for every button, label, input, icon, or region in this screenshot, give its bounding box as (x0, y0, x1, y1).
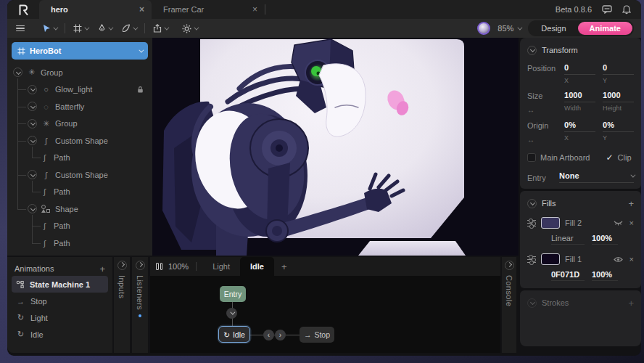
idle-state-node[interactable]: ↻ Idle (218, 326, 250, 343)
expand-caret-icon[interactable] (28, 170, 37, 179)
inputs-strip[interactable]: Inputs (114, 257, 130, 353)
tab-framer-car[interactable]: Framer Car × (152, 0, 265, 19)
animation-item-light[interactable]: ↻ Light (12, 309, 108, 326)
transition-right-icon[interactable]: › (275, 330, 286, 340)
entry-state-node[interactable]: Entry (220, 286, 246, 302)
origin-y-input[interactable]: 0% (603, 121, 634, 132)
expand-caret-icon[interactable] (28, 136, 37, 145)
rive-logo-icon[interactable] (7, 0, 39, 19)
close-tab-icon[interactable]: × (252, 4, 257, 15)
feedback-icon[interactable] (602, 5, 612, 14)
tree-item-path[interactable]: ∫ Path (7, 184, 152, 201)
tree-item-group2[interactable]: ✳ Group (7, 115, 152, 133)
remove-fill-icon[interactable]: × (629, 255, 634, 264)
tree-item-path[interactable]: ∫ Path (7, 150, 152, 167)
fill-color-swatch[interactable] (541, 253, 560, 265)
tree-item-group[interactable]: ✳ Group (7, 64, 152, 81)
position-y-input[interactable]: 0 (603, 63, 634, 75)
main-menu-icon[interactable] (7, 24, 32, 33)
expand-panel-icon[interactable] (117, 261, 127, 270)
tab-hero[interactable]: hero × (39, 0, 152, 19)
blend-options-icon[interactable] (527, 219, 536, 227)
expand-panel-icon[interactable] (136, 261, 145, 270)
listeners-strip[interactable]: Listeners (132, 257, 148, 353)
canvas-stage[interactable] (152, 38, 519, 256)
notifications-bell-icon[interactable] (622, 5, 631, 15)
origin-x-input[interactable]: 0% (564, 121, 595, 132)
tree-item-shape[interactable]: Shape (7, 200, 152, 218)
fill-row[interactable]: Fill 1 × (527, 253, 634, 265)
collapse-section-icon[interactable] (527, 298, 537, 308)
tree-item-custom-shape[interactable]: ∫ Custom Shape (7, 132, 152, 150)
eye-closed-icon[interactable] (614, 220, 623, 226)
timeline-tab-light[interactable]: Light (202, 257, 240, 276)
link-origin-icon[interactable]: ↔ (527, 136, 557, 144)
fill-hex-input[interactable]: 0F071D (551, 270, 585, 281)
notification-dot (139, 314, 141, 317)
link-dimensions-icon[interactable]: ↔ (527, 106, 557, 114)
width-input[interactable]: 1000 (564, 91, 595, 102)
fill-name: Fill 2 (565, 219, 582, 227)
artboard-illustration (152, 38, 519, 256)
tree-item-label: Custom Shape (55, 171, 108, 179)
add-timeline-tab-icon[interactable]: + (274, 261, 294, 272)
settings-tool[interactable] (177, 24, 202, 33)
height-input[interactable]: 1000 (603, 91, 634, 102)
animation-label: Idle (30, 330, 44, 339)
clip-checkbox[interactable]: ✓ (606, 152, 613, 163)
tree-item-path[interactable]: ∫ Path (7, 218, 152, 235)
expand-caret-icon[interactable] (28, 102, 37, 111)
zoom-control[interactable]: 85% (498, 24, 521, 33)
animate-mode-button[interactable]: Animate (578, 22, 632, 35)
animation-item-idle[interactable]: ↻ Idle (12, 326, 108, 343)
close-tab-icon[interactable]: × (139, 4, 144, 15)
animation-item-state-machine[interactable]: State Machine 1 (12, 276, 108, 293)
position-x-input[interactable]: 0 (564, 63, 595, 75)
expand-caret-icon[interactable] (28, 85, 37, 94)
stop-state-node[interactable]: → Stop (300, 327, 334, 343)
animation-label: Stop (30, 297, 47, 306)
pen-tool[interactable] (93, 24, 117, 33)
expand-caret-icon[interactable] (28, 119, 37, 129)
animation-item-stop[interactable]: → Stop (12, 293, 108, 309)
playback-speed[interactable]: 100% (168, 262, 189, 271)
design-mode-button[interactable]: Design (529, 24, 577, 33)
fill-row[interactable]: Fill 2 × (527, 217, 634, 229)
collapse-section-icon[interactable] (527, 199, 537, 208)
select-tool[interactable] (38, 24, 62, 33)
expand-caret-icon[interactable] (28, 204, 37, 213)
pause-icon[interactable] (156, 263, 162, 270)
state-machine-graph[interactable]: Entry ↻ Idle ‹ › → Stop (150, 276, 500, 353)
add-stroke-icon[interactable]: + (628, 298, 634, 309)
entry-select[interactable]: None (559, 171, 634, 183)
add-fill-icon[interactable]: + (628, 198, 634, 209)
tree-item-glow-light[interactable]: ○ Glow_light (7, 81, 152, 99)
section-title: Fills (542, 199, 556, 208)
transition-left-icon[interactable]: ‹ (263, 330, 274, 340)
size-label: Size (527, 91, 542, 100)
tree-item-custom-shape2[interactable]: ∫ Custom Shape (7, 166, 152, 184)
transition-chevron-icon[interactable] (226, 308, 237, 319)
fill-opacity-input[interactable]: 100% (592, 270, 618, 281)
expand-caret-icon[interactable] (13, 68, 22, 77)
user-avatar[interactable] (477, 22, 490, 35)
collapse-section-icon[interactable] (527, 46, 537, 55)
bone-tool[interactable] (117, 24, 141, 33)
expand-panel-icon[interactable] (505, 261, 514, 270)
main-artboard-checkbox[interactable] (527, 153, 536, 162)
add-animation-icon[interactable]: + (99, 264, 105, 274)
artboard-selector[interactable]: HeroBot (12, 42, 148, 60)
tree-item-batterfly[interactable]: ◌ Batterfly (7, 98, 152, 115)
fill-opacity-input[interactable]: 100% (592, 234, 618, 245)
blend-options-icon[interactable] (527, 256, 536, 264)
fill-color-swatch[interactable] (541, 217, 560, 229)
timeline-tab-idle[interactable]: Idle (240, 257, 274, 276)
artboard-tool[interactable] (68, 24, 93, 33)
console-strip[interactable]: Console (502, 257, 516, 353)
remove-fill-icon[interactable]: × (629, 219, 634, 227)
eye-open-icon[interactable] (614, 256, 623, 263)
lock-icon[interactable] (137, 86, 144, 94)
fill-type[interactable]: Linear (551, 234, 585, 245)
tree-item-path[interactable]: ∫ Path (7, 234, 152, 252)
export-tool[interactable] (148, 24, 173, 33)
